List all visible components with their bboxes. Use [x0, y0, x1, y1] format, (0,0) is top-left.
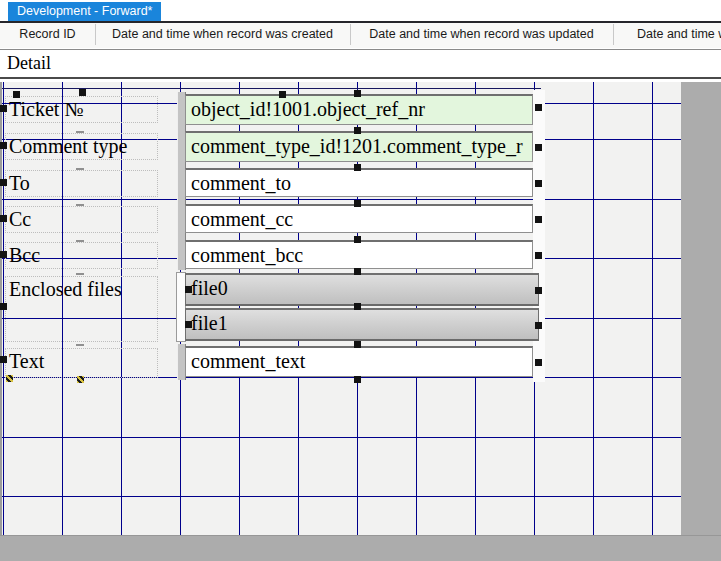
- label-box-tick: [76, 204, 84, 206]
- label-box-tick: [76, 168, 84, 170]
- label-box-tick: [76, 240, 84, 242]
- label-box-tick: [76, 344, 84, 346]
- selection-handle[interactable]: [535, 322, 542, 329]
- selection-handle[interactable]: [185, 286, 192, 293]
- selection-handle[interactable]: [279, 91, 286, 98]
- field-comment-to[interactable]: comment_to: [185, 168, 533, 197]
- selection-handle[interactable]: [354, 376, 361, 383]
- right-gutter: [681, 82, 721, 561]
- selection-handle[interactable]: [535, 287, 542, 294]
- tab-strip: Development - Forward*: [0, 0, 721, 21]
- selection-handle[interactable]: [535, 252, 542, 259]
- selection-handle[interactable]: [79, 89, 86, 96]
- bottom-bar: [0, 535, 721, 561]
- selection-handle[interactable]: [354, 236, 361, 243]
- selection-handle[interactable]: [354, 127, 361, 134]
- column-header-record-id[interactable]: Record ID: [0, 24, 96, 45]
- selection-handle[interactable]: [354, 164, 361, 171]
- field-object-ref-nr[interactable]: object_id!1001.object_ref_nr: [185, 94, 533, 125]
- field-comment-text[interactable]: comment_text: [185, 346, 533, 377]
- selection-handle[interactable]: [354, 268, 361, 275]
- label-text[interactable]: Text: [5, 348, 158, 378]
- selection-handle[interactable]: [535, 359, 542, 366]
- selection-handle[interactable]: [0, 356, 7, 363]
- selection-handle[interactable]: [0, 215, 7, 222]
- label-cc[interactable]: Cc: [5, 206, 158, 233]
- detail-band-header[interactable]: Detail: [0, 49, 721, 79]
- label-to[interactable]: To: [5, 170, 158, 197]
- label-bcc[interactable]: Bcc: [5, 242, 158, 269]
- column-header-row: Record ID Date and time when record was …: [0, 23, 721, 48]
- column-header-clipped[interactable]: Date and time w: [613, 24, 721, 45]
- selection-handle[interactable]: [535, 216, 542, 223]
- field-comment-cc[interactable]: comment_cc: [185, 204, 533, 233]
- selection-handle[interactable]: [535, 144, 542, 151]
- field-comment-bcc[interactable]: comment_bcc: [185, 240, 533, 269]
- field-file0[interactable]: file0: [185, 273, 539, 306]
- selection-handle[interactable]: [185, 321, 192, 328]
- selection-handle[interactable]: [354, 303, 361, 310]
- selection-handle-locked[interactable]: [77, 376, 84, 383]
- selection-handle[interactable]: [354, 90, 361, 97]
- selection-handle[interactable]: [354, 200, 361, 207]
- label-box-tick: [76, 273, 84, 275]
- selection-handle[interactable]: [0, 179, 7, 186]
- selection-handle[interactable]: [0, 303, 7, 310]
- column-header-created[interactable]: Date and time when record was created: [95, 24, 351, 45]
- selection-handle[interactable]: [354, 341, 361, 348]
- selection-handle[interactable]: [0, 142, 7, 149]
- label-comment-type[interactable]: Comment type: [5, 133, 158, 160]
- tab-development-forward[interactable]: Development - Forward*: [8, 2, 161, 21]
- selection-handle[interactable]: [535, 180, 542, 187]
- label-ticket-no[interactable]: Ticket №: [5, 96, 158, 123]
- label-enclosed-files[interactable]: Enclosed files: [5, 276, 158, 342]
- detail-band-label: Detail: [7, 53, 51, 74]
- selection-handle[interactable]: [0, 105, 7, 112]
- label-box-tick: [76, 131, 84, 133]
- selection-handle[interactable]: [535, 104, 542, 111]
- field-comment-type-ref[interactable]: comment_type_id!1201.comment_type_r: [185, 131, 533, 162]
- field-file1[interactable]: file1: [185, 308, 539, 341]
- datawindow-designer: Development - Forward* Record ID Date an…: [0, 0, 721, 561]
- selection-handle-locked[interactable]: [6, 375, 13, 382]
- column-header-updated[interactable]: Date and time when record was updated: [350, 24, 614, 45]
- selection-handle[interactable]: [0, 251, 7, 258]
- selection-handle[interactable]: [13, 91, 20, 98]
